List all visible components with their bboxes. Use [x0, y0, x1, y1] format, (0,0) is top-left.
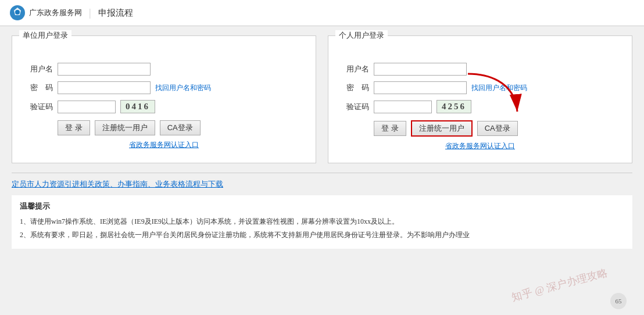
personal-captcha-input[interactable] [374, 101, 432, 113]
personal-register-button[interactable]: 注册统一用户 [411, 120, 473, 137]
unit-captcha-input[interactable] [58, 101, 116, 113]
unit-gov-link[interactable]: 省政务服务网认证入口 [129, 141, 199, 149]
personal-captcha-row: 验证码 4256 [340, 100, 620, 113]
separator [12, 173, 632, 173]
unit-password-label: 密 码 [24, 83, 53, 93]
personal-ca-button[interactable]: CA登录 [477, 121, 518, 136]
unit-captcha-row: 验证码 0416 [24, 100, 304, 113]
unit-captcha-image[interactable]: 0416 [120, 100, 155, 113]
red-arrow-icon [456, 68, 526, 126]
personal-login-panel: 个人用户登录 用户名 密 码 找回用户名和密码 [328, 35, 632, 163]
personal-captcha-label: 验证码 [340, 102, 369, 112]
unit-username-label: 用户名 [24, 64, 53, 74]
personal-gov-link[interactable]: 省政务服务网认证入口 [445, 142, 515, 150]
personal-password-link[interactable]: 找回用户名和密码 [471, 83, 527, 93]
header-title: 申报流程 [98, 8, 133, 19]
notice-item-1: 1、请使用win7操作系统、IE浏览器（IE9及IE9以上版本）访问本系统，并设… [20, 216, 624, 227]
unit-password-link[interactable]: 找回用户名和密码 [155, 83, 211, 93]
unit-ca-button[interactable]: CA登录 [160, 120, 201, 135]
personal-captcha-image[interactable]: 4256 [437, 100, 471, 113]
personal-username-row: 用户名 [340, 63, 620, 76]
unit-password-input[interactable] [58, 81, 151, 94]
unit-username-row: 用户名 [24, 63, 304, 76]
main-content: 单位用户登录 用户名 密 码 找回用户名和密码 验证码 0416 登 录 注册统… [0, 26, 644, 258]
personal-login-button[interactable]: 登 录 [374, 121, 406, 136]
notice-section: 温馨提示 1、请使用win7操作系统、IE浏览器（IE9及IE9以上版本）访问本… [12, 195, 632, 249]
logo-icon [9, 5, 26, 21]
unit-password-row: 密 码 找回用户名和密码 [24, 81, 304, 94]
login-panels: 单位用户登录 用户名 密 码 找回用户名和密码 验证码 0416 登 录 注册统… [12, 35, 632, 163]
personal-panel-title: 个人用户登录 [335, 30, 388, 41]
unit-captcha-label: 验证码 [24, 102, 53, 112]
unit-login-button[interactable]: 登 录 [58, 120, 90, 135]
personal-password-label: 密 码 [340, 83, 369, 93]
svg-point-2 [15, 10, 20, 15]
header-divider: | [89, 7, 91, 19]
header: 广东政务服务网 | 申报流程 [0, 0, 644, 26]
unit-register-button[interactable]: 注册统一用户 [95, 120, 155, 135]
notice-item-2: 2、系统有要求，即日起，捌居社会统一用户平台关闭居民身份证注册功能，系统将不支持… [20, 230, 624, 241]
logo-section: 广东政务服务网 [9, 5, 82, 21]
unit-button-row: 登 录 注册统一用户 CA登录 [58, 120, 304, 135]
unit-panel-title: 单位用户登录 [19, 30, 71, 41]
logo-text: 广东政务服务网 [29, 8, 82, 18]
personal-username-label: 用户名 [340, 64, 369, 74]
info-link-section: 定员市人力资源引进相关政策、办事指南、业务表格流程与下载 [12, 179, 632, 189]
unit-login-panel: 单位用户登录 用户名 密 码 找回用户名和密码 验证码 0416 登 录 注册统… [12, 35, 316, 163]
info-link[interactable]: 定员市人力资源引进相关政策、办事指南、业务表格流程与下载 [12, 180, 223, 188]
personal-password-input[interactable] [374, 81, 467, 94]
unit-username-input[interactable] [58, 63, 151, 76]
personal-username-input[interactable] [374, 63, 467, 76]
personal-password-row: 密 码 找回用户名和密码 [340, 81, 620, 94]
personal-gov-link-row: 省政务服务网认证入口 [340, 141, 620, 151]
personal-button-row: 登 录 注册统一用户 CA登录 [374, 120, 620, 137]
notice-title: 温馨提示 [20, 201, 624, 212]
unit-gov-link-row: 省政务服务网认证入口 [24, 140, 304, 150]
